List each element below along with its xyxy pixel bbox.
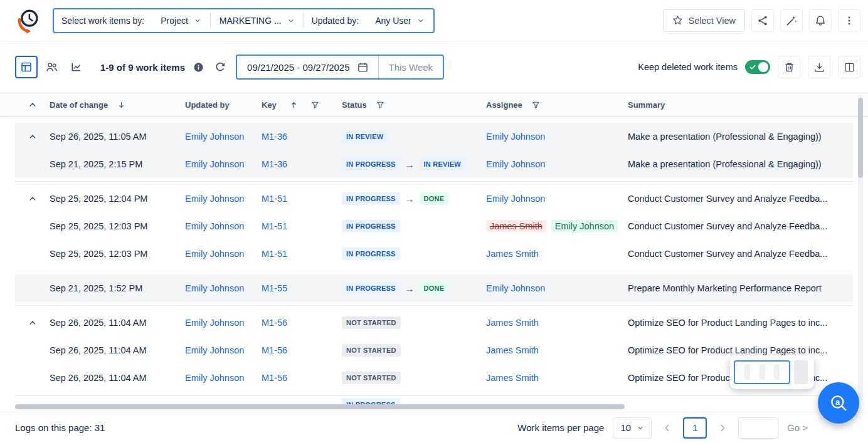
export-button[interactable] [808, 56, 830, 78]
key-cell: M1-56 [262, 345, 342, 355]
share-button[interactable] [751, 9, 774, 32]
work-item-key-link[interactable]: M1-51 [262, 221, 287, 231]
updated-by-link[interactable]: Emily Johnson [185, 132, 244, 142]
date-range-preset-label: This Week [379, 62, 443, 73]
work-item-key-link[interactable]: M1-36 [262, 132, 287, 142]
assignee-link[interactable]: James Smith [486, 318, 539, 328]
table-view-button[interactable] [15, 56, 38, 78]
collapse-group-button[interactable] [15, 132, 50, 141]
assignee-link[interactable]: James Smith [486, 249, 539, 259]
columns-button[interactable] [838, 56, 860, 78]
status-chip: IN PROGRESS [342, 248, 400, 260]
chart-view-button[interactable] [65, 56, 88, 78]
assignee-link[interactable]: Emily Johnson [486, 194, 545, 204]
more-options-button[interactable] [838, 9, 860, 32]
assignee-link[interactable]: Emily Johnson [486, 283, 545, 293]
summary-text: Conduct Customer Survey and Analyze Feed… [628, 221, 853, 231]
summary-text: Prepare Monthly Marketing Performance Re… [628, 283, 853, 293]
key-cell: M1-51 [262, 249, 342, 259]
updated-by-link[interactable]: Emily Johnson [185, 318, 244, 328]
work-item-key-link[interactable]: M1-56 [262, 345, 287, 355]
project-dropdown[interactable]: MARKETING ... [211, 9, 304, 32]
filter-funnel-icon[interactable] [376, 101, 384, 109]
work-item-key-link[interactable]: M1-51 [262, 249, 287, 259]
date-range-field[interactable]: 09/21/2025 - 09/27/2025 [237, 62, 378, 73]
updated-by-cell: Emily Johnson [185, 283, 262, 293]
column-assignee[interactable]: Assignee [486, 100, 628, 110]
per-page-dropdown[interactable]: 10 [613, 417, 652, 439]
filter-mode-dropdown[interactable]: Project [152, 9, 210, 32]
work-item-key-link[interactable]: M1-55 [262, 283, 287, 293]
sort-descending-icon[interactable] [117, 101, 125, 109]
log-row: Sep 25, 2025, 12:03 PMEmily JohnsonM1-51… [15, 240, 853, 268]
change-date: Sep 26, 2025, 11:04 AM [50, 373, 185, 383]
people-view-button[interactable] [40, 56, 63, 78]
page-jump-input[interactable] [738, 417, 778, 439]
keep-deleted-toggle[interactable] [745, 60, 770, 74]
work-item-key-link[interactable]: M1-36 [262, 159, 287, 169]
assistant-floating-button[interactable]: a [818, 382, 859, 424]
work-item-key-link[interactable]: M1-56 [262, 373, 287, 383]
per-page-value: 10 [620, 422, 631, 433]
assignee-link[interactable]: James Smith [486, 345, 539, 355]
previous-page-button[interactable] [660, 417, 674, 439]
bell-icon [815, 15, 826, 26]
refresh-icon[interactable] [214, 61, 226, 73]
horizontal-scrollbar[interactable] [15, 404, 850, 409]
date-range-picker: 09/21/2025 - 09/27/2025 This Week [236, 55, 444, 80]
horizontal-scrollbar-thumb[interactable] [15, 404, 625, 409]
updated-by-link[interactable]: Emily Johnson [185, 283, 244, 293]
select-view-button[interactable]: Select View [663, 9, 746, 32]
go-to-page-button[interactable]: Go > [787, 422, 808, 433]
change-date: Sep 26, 2025, 11:05 AM [50, 132, 185, 142]
collapse-group-button[interactable] [15, 194, 50, 203]
change-date: Sep 21, 2025, 2:15 PM [50, 159, 185, 169]
updated-by-cell: Emily Johnson [185, 345, 262, 355]
next-page-button[interactable] [716, 417, 729, 439]
filter-funnel-icon[interactable] [311, 101, 319, 109]
updated-by-cell: Emily Johnson [185, 159, 262, 169]
updated-by-link[interactable]: Emily Johnson [185, 221, 244, 231]
updated-by-link[interactable]: Emily Johnson [185, 249, 244, 259]
current-page-button[interactable]: 1 [683, 417, 707, 439]
updated-by-value: Any User [375, 16, 411, 26]
delete-button[interactable] [778, 56, 800, 78]
table-body: Sep 26, 2025, 11:05 AMEmily JohnsonM1-36… [0, 117, 868, 392]
assignee-cell: James SmithEmily Johnson [486, 220, 628, 232]
summary-text: Make a presentation (Professional & Enga… [628, 132, 853, 142]
updated-by-dropdown[interactable]: Any User [366, 9, 433, 32]
column-key[interactable]: Key [262, 100, 342, 110]
updated-by-link[interactable]: Emily Johnson [185, 373, 244, 383]
assignee-link[interactable]: Emily Johnson [486, 132, 545, 142]
sort-ascending-icon[interactable] [290, 101, 298, 109]
column-updated-by[interactable]: Updated by [185, 100, 262, 110]
chevron-down-icon [194, 17, 201, 24]
vertical-scrollbar-thumb[interactable] [858, 98, 863, 178]
work-item-key-link[interactable]: M1-51 [262, 194, 287, 204]
transition-arrow-icon: → [405, 194, 415, 204]
column-status[interactable]: Status [342, 100, 486, 110]
notifications-button[interactable] [809, 9, 832, 32]
app-logo [14, 6, 43, 35]
work-item-key-link[interactable]: M1-56 [262, 318, 287, 328]
column-label: Key [262, 100, 277, 110]
filter-funnel-icon[interactable] [532, 101, 540, 109]
updated-by-cell: Emily Johnson [185, 249, 262, 259]
collapse-group-button[interactable] [15, 318, 50, 327]
info-icon[interactable] [193, 62, 204, 73]
magnified-gray-box [794, 360, 808, 384]
columns-icon [844, 62, 855, 73]
vertical-scrollbar[interactable] [858, 95, 863, 402]
assignee-link[interactable]: James Smith [486, 373, 539, 383]
updated-by-link[interactable]: Emily Johnson [185, 194, 244, 204]
status-chip: IN PROGRESS [342, 158, 400, 170]
table-view-icon [21, 61, 32, 73]
assignee-link[interactable]: Emily Johnson [486, 159, 545, 169]
updated-by-link[interactable]: Emily Johnson [185, 159, 244, 169]
collapse-all-button[interactable] [15, 100, 50, 109]
column-summary[interactable]: Summary [628, 100, 838, 110]
magic-wand-button[interactable] [780, 9, 803, 32]
updated-by-link[interactable]: Emily Johnson [185, 345, 244, 355]
summary-text: Optimize SEO for Product Landing Pages t… [628, 345, 853, 355]
column-date-of-change[interactable]: Date of change [50, 100, 185, 110]
